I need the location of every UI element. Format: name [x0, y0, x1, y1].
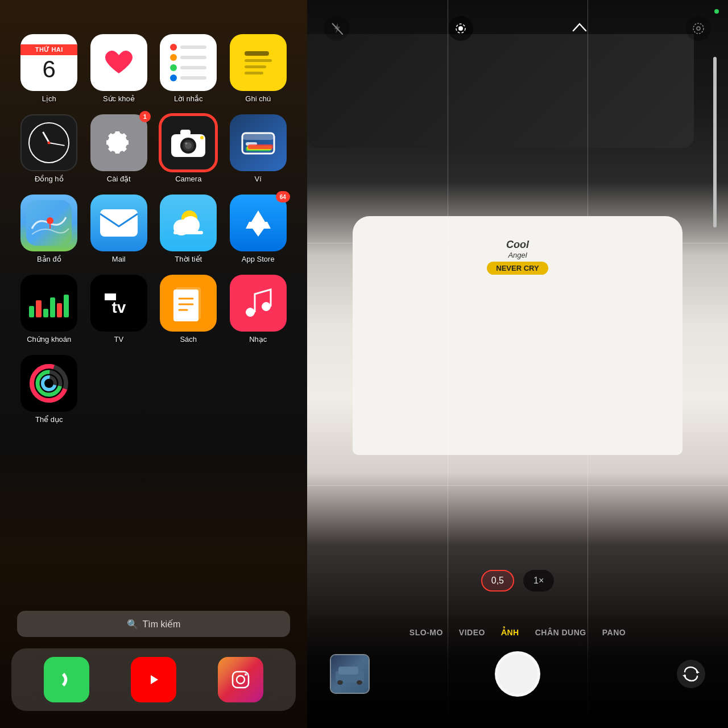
app-item-settings[interactable]: 1 Cài đặt — [87, 114, 151, 183]
flip-camera-icon — [682, 666, 700, 682]
flip-camera-button[interactable] — [677, 660, 705, 688]
camera-top-controls — [307, 0, 728, 46]
health-label: Sức khoẻ — [103, 94, 135, 103]
appstore-label: App Store — [242, 255, 275, 263]
camera-settings-control[interactable] — [686, 16, 711, 41]
app-grid-row2: Đồng hồ 1 Cài đặt — [11, 114, 296, 183]
reminder-bar-1 — [180, 46, 206, 49]
books-icon[interactable] — [160, 275, 217, 332]
stocks-icon[interactable] — [20, 275, 77, 332]
maps-svg — [26, 200, 72, 246]
app-item-music[interactable]: Nhạc — [226, 275, 291, 344]
clock-minute-hand — [49, 142, 65, 146]
svg-point-33 — [237, 676, 245, 684]
books-label: Sách — [180, 335, 197, 344]
zoom-05x-button[interactable]: 0,5 — [481, 570, 514, 592]
svg-rect-15 — [100, 209, 138, 237]
reminder-lines — [170, 44, 206, 81]
arrow-up-control[interactable] — [572, 20, 587, 36]
app-item-tv[interactable]: tv TV — [87, 275, 151, 344]
thumbnail-car-svg — [333, 660, 367, 688]
svg-point-6 — [200, 136, 204, 139]
books-svg — [171, 285, 205, 321]
mode-photo[interactable]: ẢNH — [501, 628, 519, 637]
reminder-dot-3 — [170, 64, 177, 71]
svg-point-14 — [47, 217, 53, 224]
clock-icon[interactable] — [20, 114, 77, 171]
notes-label: Ghi chú — [245, 94, 271, 103]
zoom-1x-label: 1× — [533, 576, 544, 585]
mode-portrait[interactable]: CHÂN DUNG — [535, 628, 586, 637]
dock-icon-phone[interactable] — [44, 657, 89, 702]
zoom-1x-button[interactable]: 1× — [523, 570, 554, 592]
fitness-label: Thể dục — [35, 415, 63, 424]
svg-rect-19 — [173, 231, 203, 234]
cal-header: THỨ HAI — [20, 44, 77, 55]
app-item-wallet[interactable]: Ví — [226, 114, 291, 183]
appstore-icon[interactable]: 64 — [230, 195, 287, 251]
stocks-bar-6 — [64, 295, 69, 317]
tshirt-text-line2: Angel — [461, 251, 574, 259]
dark-clothes — [307, 34, 694, 148]
maps-label: Bản đồ — [37, 255, 61, 263]
mail-icon[interactable] — [90, 195, 147, 251]
svg-rect-40 — [338, 667, 358, 675]
hanger-rod — [713, 57, 717, 228]
weather-icon[interactable] — [160, 195, 217, 251]
camera-svg — [169, 126, 208, 159]
app-item-camera[interactable]: Camera — [156, 114, 221, 183]
instagram-icon — [228, 667, 253, 692]
music-icon[interactable] — [230, 275, 287, 332]
app-item-stocks[interactable]: Chứng khoán — [17, 275, 81, 344]
app-item-fitness[interactable]: Thể dục — [17, 355, 81, 424]
mode-slomo[interactable]: SLO-MO — [410, 628, 443, 637]
fitness-icon[interactable] — [20, 355, 77, 412]
svg-point-37 — [693, 23, 704, 34]
music-label: Nhạc — [249, 335, 267, 344]
camera-thumbnail[interactable] — [330, 654, 370, 694]
home-screen: THỨ HAI 6 Lịch Sức khoẻ — [0, 0, 307, 728]
app-item-maps[interactable]: Bản đồ — [17, 195, 81, 263]
search-bar[interactable]: 🔍 Tìm kiếm — [17, 611, 290, 637]
shutter-button[interactable] — [495, 651, 540, 697]
app-item-weather[interactable]: Thời tiết — [156, 195, 221, 263]
app-item-health[interactable]: Sức khoẻ — [87, 34, 151, 103]
app-item-mail[interactable]: Mail — [87, 195, 151, 263]
app-item-reminders[interactable]: Lời nhắc — [156, 34, 221, 103]
app-item-notes[interactable]: Ghi chú — [226, 34, 291, 103]
tv-icon[interactable]: tv — [90, 275, 147, 332]
mode-video[interactable]: VIDEO — [459, 628, 485, 637]
reminder-dot-1 — [170, 44, 177, 51]
app-item-calendar[interactable]: THỨ HAI 6 Lịch — [17, 34, 81, 103]
dock-icon-youtube[interactable] — [131, 657, 176, 702]
health-icon[interactable] — [90, 34, 147, 91]
notes-content — [240, 47, 276, 79]
stocks-label: Chứng khoán — [27, 335, 71, 344]
flash-control[interactable] — [324, 16, 349, 41]
app-item-books[interactable]: Sách — [156, 275, 221, 344]
appstore-svg — [240, 205, 276, 241]
flash-icon — [330, 22, 343, 35]
camera-app-icon[interactable] — [160, 114, 217, 171]
mode-pano[interactable]: PANO — [602, 628, 626, 637]
calendar-icon[interactable]: THỨ HAI 6 — [20, 34, 77, 91]
tshirt-text-banner: NEVER CRY — [487, 262, 548, 275]
live-photo-control[interactable] — [448, 16, 473, 41]
maps-icon[interactable] — [20, 195, 77, 251]
app-grid-row5: Thể dục — [11, 355, 296, 424]
camera-settings-icon — [692, 22, 705, 35]
notes-line-1 — [245, 59, 272, 62]
app-item-appstore[interactable]: 64 App Store — [226, 195, 291, 263]
reminders-icon[interactable] — [160, 34, 217, 91]
svg-marker-44 — [682, 675, 686, 679]
fitness-svg — [28, 362, 70, 404]
stocks-bar-5 — [57, 303, 62, 317]
wallet-icon[interactable] — [230, 114, 287, 171]
cal-day: 6 — [43, 55, 56, 81]
settings-icon[interactable]: 1 — [90, 114, 147, 171]
svg-rect-22 — [173, 289, 198, 321]
app-item-clock[interactable]: Đồng hồ — [17, 114, 81, 183]
notes-icon[interactable] — [230, 34, 287, 91]
dock-icon-instagram[interactable] — [218, 657, 263, 702]
heart-svg — [104, 49, 134, 76]
